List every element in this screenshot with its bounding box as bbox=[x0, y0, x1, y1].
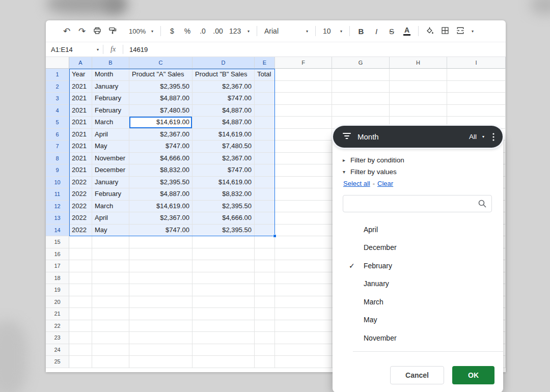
percent-format-button[interactable]: % bbox=[180, 24, 195, 38]
cell-F16[interactable] bbox=[275, 248, 332, 261]
undo-button[interactable]: ↶ bbox=[59, 24, 74, 38]
cell-D14[interactable]: $2,395.50 bbox=[193, 225, 255, 237]
row-header-9[interactable]: 9 bbox=[46, 164, 69, 177]
row-header-22[interactable]: 22 bbox=[46, 320, 69, 332]
cell-B19[interactable] bbox=[92, 284, 129, 296]
cell-A13[interactable]: 2022 bbox=[69, 212, 92, 225]
cell-C13[interactable]: $2,367.00 bbox=[129, 212, 193, 225]
cell-B7[interactable]: May bbox=[92, 141, 129, 153]
cell-A6[interactable]: 2021 bbox=[69, 129, 92, 141]
cell-E11[interactable] bbox=[255, 188, 275, 201]
cell-A20[interactable] bbox=[69, 296, 92, 309]
cell-E8[interactable] bbox=[255, 153, 275, 165]
cell-F10[interactable] bbox=[275, 177, 332, 189]
cell-D4[interactable]: $4,887.00 bbox=[193, 105, 255, 117]
merge-cells-button[interactable] bbox=[453, 24, 468, 38]
cell-F19[interactable] bbox=[275, 284, 332, 296]
cell-E18[interactable] bbox=[255, 272, 275, 285]
cell-F14[interactable] bbox=[275, 225, 332, 237]
filter-value-april[interactable]: April bbox=[333, 220, 503, 239]
cell-E9[interactable] bbox=[255, 164, 275, 177]
cell-A22[interactable] bbox=[69, 320, 92, 332]
cell-D18[interactable] bbox=[193, 272, 255, 285]
filter-search-input[interactable] bbox=[343, 195, 478, 212]
cell-E4[interactable] bbox=[255, 105, 275, 117]
column-header-D[interactable]: D bbox=[193, 57, 255, 69]
column-header-H[interactable]: H bbox=[390, 57, 447, 69]
formula-bar-value[interactable]: 14619 bbox=[129, 46, 148, 53]
column-header-F[interactable]: F bbox=[275, 57, 332, 69]
cell-D15[interactable] bbox=[193, 236, 255, 248]
cell-C3[interactable]: $4,887.00 bbox=[129, 93, 193, 105]
cell-E2[interactable] bbox=[255, 81, 275, 93]
filter-popup-header[interactable]: Month All ▾ bbox=[333, 126, 503, 148]
cell-H1[interactable] bbox=[390, 69, 447, 81]
row-header-24[interactable]: 24 bbox=[46, 344, 69, 356]
column-header-B[interactable]: B bbox=[92, 57, 129, 69]
cell-B15[interactable] bbox=[92, 236, 129, 248]
cell-F2[interactable] bbox=[275, 81, 332, 93]
cell-A23[interactable] bbox=[69, 332, 92, 344]
cell-D12[interactable]: $2,395.50 bbox=[193, 201, 255, 213]
cell-H3[interactable] bbox=[390, 93, 447, 105]
cell-D22[interactable] bbox=[193, 320, 255, 332]
cell-F25[interactable] bbox=[275, 356, 332, 368]
cell-C21[interactable] bbox=[129, 308, 193, 320]
cell-C17[interactable] bbox=[129, 260, 193, 272]
row-header-6[interactable]: 6 bbox=[46, 129, 69, 141]
cell-F6[interactable] bbox=[275, 129, 332, 141]
cell-D19[interactable] bbox=[193, 284, 255, 296]
ok-button[interactable]: OK bbox=[452, 366, 494, 384]
merge-cells-dropdown[interactable]: ▾ bbox=[468, 24, 477, 38]
cell-H2[interactable] bbox=[390, 81, 447, 93]
cell-B1[interactable]: Month bbox=[92, 69, 129, 81]
cell-F3[interactable] bbox=[275, 93, 332, 105]
column-header-I[interactable]: I bbox=[447, 57, 506, 69]
cell-A9[interactable]: 2021 bbox=[69, 164, 92, 177]
row-header-20[interactable]: 20 bbox=[46, 296, 69, 309]
cell-D3[interactable]: $747.00 bbox=[193, 93, 255, 105]
cell-B14[interactable]: May bbox=[92, 225, 129, 237]
cell-B11[interactable]: February bbox=[92, 188, 129, 201]
number-format-select[interactable]: 123 ▾ bbox=[226, 24, 253, 38]
cell-F4[interactable] bbox=[275, 105, 332, 117]
cell-C25[interactable] bbox=[129, 356, 193, 368]
cell-B16[interactable] bbox=[92, 248, 129, 261]
cell-D10[interactable]: $14,619.00 bbox=[193, 177, 255, 189]
borders-button[interactable] bbox=[437, 24, 453, 38]
cell-B3[interactable]: February bbox=[92, 93, 129, 105]
row-header-15[interactable]: 15 bbox=[46, 236, 69, 248]
row-header-17[interactable]: 17 bbox=[46, 260, 69, 272]
cell-A11[interactable]: 2022 bbox=[69, 188, 92, 201]
cell-B20[interactable] bbox=[92, 296, 129, 309]
cell-F23[interactable] bbox=[275, 332, 332, 344]
cell-A14[interactable]: 2022 bbox=[69, 225, 92, 237]
cell-A10[interactable]: 2022 bbox=[69, 177, 92, 189]
cell-C11[interactable]: $4,887.00 bbox=[129, 188, 193, 201]
cell-F1[interactable] bbox=[275, 69, 332, 81]
cell-E19[interactable] bbox=[255, 284, 275, 296]
column-header-G[interactable]: G bbox=[332, 57, 390, 69]
cell-A19[interactable] bbox=[69, 284, 92, 296]
row-header-13[interactable]: 13 bbox=[46, 212, 69, 225]
cell-F18[interactable] bbox=[275, 272, 332, 285]
fill-color-button[interactable] bbox=[422, 24, 437, 38]
cell-G3[interactable] bbox=[332, 93, 390, 105]
cell-B5[interactable]: March bbox=[92, 117, 129, 129]
text-color-button[interactable]: A bbox=[399, 24, 415, 38]
cell-C19[interactable] bbox=[129, 284, 193, 296]
cell-E12[interactable] bbox=[255, 201, 275, 213]
cell-F22[interactable] bbox=[275, 320, 332, 332]
cell-E16[interactable] bbox=[255, 248, 275, 261]
cell-A24[interactable] bbox=[69, 344, 92, 356]
cell-A1[interactable]: Year bbox=[69, 69, 92, 81]
cell-A17[interactable] bbox=[69, 260, 92, 272]
filter-by-condition-section[interactable]: ▸ Filter by condition bbox=[333, 154, 503, 166]
filter-value-may[interactable]: May bbox=[333, 311, 503, 329]
cell-A15[interactable] bbox=[69, 236, 92, 248]
filter-value-january[interactable]: January bbox=[333, 275, 503, 293]
cell-A5[interactable]: 2021 bbox=[69, 117, 92, 129]
cell-E22[interactable] bbox=[255, 320, 275, 332]
cell-D11[interactable]: $8,832.00 bbox=[193, 188, 255, 201]
row-header-16[interactable]: 16 bbox=[46, 248, 69, 261]
